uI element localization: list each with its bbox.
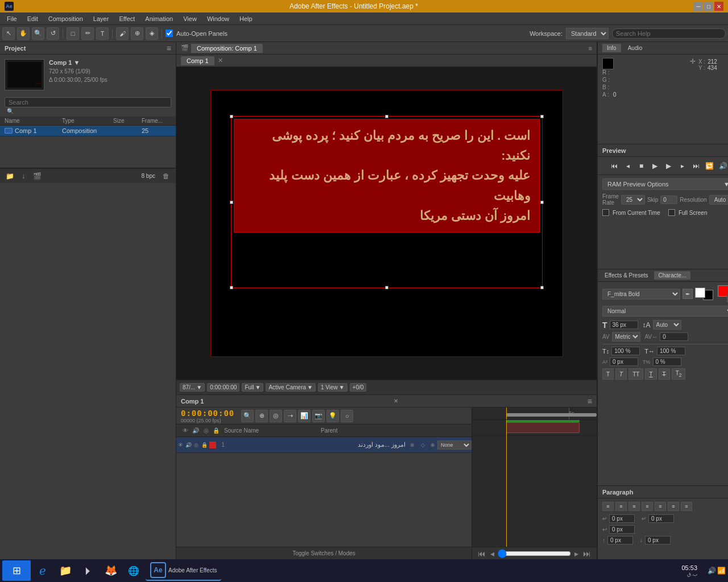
menu-layer[interactable]: Layer	[89, 14, 114, 23]
indent-first-input[interactable]	[609, 525, 635, 534]
tool-eraser[interactable]: ◈	[146, 27, 158, 40]
auto-open-panels-check[interactable]	[166, 30, 173, 37]
vert-scale-input[interactable]	[611, 347, 640, 355]
layer-name[interactable]: امروز ...مود اوردند	[229, 441, 408, 448]
kerning-select[interactable]: Metrics	[612, 332, 640, 342]
from-current-check[interactable]	[602, 209, 609, 216]
tool-pen[interactable]: ✏	[81, 27, 94, 40]
comp-resolution[interactable]: Full ▼	[242, 383, 263, 392]
preview-stop[interactable]: ■	[636, 160, 647, 172]
align-right[interactable]: ≡	[628, 502, 640, 511]
align-left[interactable]: ≡	[602, 502, 614, 511]
layer-mode-select[interactable]: None	[437, 440, 471, 450]
layer-solo-icon[interactable]: ◎	[192, 441, 200, 449]
tool-rotate[interactable]: ↺	[47, 27, 59, 40]
horiz-scale-input[interactable]	[657, 347, 685, 355]
preview-prev-frame[interactable]: ◂	[622, 160, 634, 172]
style-tt[interactable]: TT	[628, 368, 643, 380]
switch-2[interactable]: ◇	[418, 440, 427, 450]
style-tsub[interactable]: T	[645, 368, 656, 380]
preview-play[interactable]: ▶	[650, 160, 661, 172]
space-after-input[interactable]	[645, 536, 671, 544]
comp-timecode[interactable]: 0:00:00:00	[207, 383, 239, 392]
media-btn[interactable]: ⏵	[77, 560, 99, 581]
style-t1[interactable]: T	[602, 368, 614, 380]
indent-left-input[interactable]	[609, 514, 635, 523]
explorer-btn[interactable]: 📁	[55, 560, 76, 581]
ie-btn[interactable]: ℯ	[32, 560, 53, 581]
comp-zoom[interactable]: 87/... ▼	[180, 383, 205, 392]
menu-animation[interactable]: Animation	[140, 14, 177, 23]
layer-audio-icon[interactable]: 🔊	[184, 441, 192, 449]
baseline-input[interactable]	[610, 357, 638, 366]
handle-bl[interactable]	[230, 286, 233, 289]
tl-motion[interactable]: ⇢	[284, 410, 296, 422]
handle-tm[interactable]	[385, 115, 388, 118]
ram-preview-btn[interactable]: RAM Preview Options ▼	[602, 178, 728, 190]
tool-shape[interactable]: □	[67, 27, 79, 40]
tool-brush[interactable]: 🖌	[116, 27, 129, 40]
frame-rate-select[interactable]: 25	[621, 195, 645, 205]
project-panel-menu[interactable]: ≡	[167, 44, 171, 53]
project-search-input[interactable]	[5, 97, 171, 107]
preview-volume[interactable]: 🔊	[718, 160, 729, 172]
tl-search[interactable]: 🔍	[241, 410, 254, 422]
close-comp-tab[interactable]: ✕	[218, 57, 223, 64]
toggle-label[interactable]: Toggle Switches / Modes	[292, 550, 355, 556]
new-folder-btn[interactable]: 📁	[5, 171, 15, 181]
tl-null[interactable]: ○	[341, 410, 353, 422]
style-t2[interactable]: T	[615, 368, 627, 380]
menu-composition[interactable]: Composition	[44, 14, 88, 23]
table-row[interactable]: Comp 1 Composition 25	[0, 126, 176, 136]
tl-add[interactable]: ⊕	[255, 410, 268, 422]
tl-camera[interactable]: 📷	[312, 410, 325, 422]
handle-tl[interactable]	[230, 115, 233, 118]
tl-nav-next[interactable]: ▸	[573, 549, 580, 558]
tool-hand[interactable]: ✋	[17, 27, 30, 40]
align-justify3[interactable]: ≡	[668, 502, 679, 511]
full-screen-check[interactable]	[668, 209, 675, 216]
resolution-select[interactable]: Auto	[709, 195, 728, 205]
maximize-button[interactable]: □	[704, 2, 713, 11]
font-select[interactable]: F_mitra Bold	[602, 289, 680, 300]
comp-panel-title[interactable]: Composition: Comp 1	[191, 44, 263, 53]
font-size-input[interactable]	[610, 321, 638, 329]
tool-select[interactable]: ↖	[2, 27, 15, 40]
firefox-btn[interactable]: 🦊	[100, 560, 122, 581]
minimize-button[interactable]: ─	[694, 2, 703, 11]
menu-help[interactable]: Help	[235, 14, 257, 23]
comp-tab[interactable]: Comp 1	[181, 56, 214, 65]
handle-tr[interactable]	[540, 115, 544, 118]
leading-select[interactable]: Auto	[653, 320, 681, 330]
comp-views[interactable]: 1 View ▼	[318, 383, 348, 392]
new-comp-btn[interactable]: 🎬	[32, 171, 42, 181]
network-btn[interactable]: 🌐	[123, 560, 144, 581]
align-center[interactable]: ≡	[615, 502, 627, 511]
tl-nav-start[interactable]: ⏮	[477, 549, 487, 558]
tab-effects-presets[interactable]: Effects & Presets	[600, 271, 653, 280]
space-before-input[interactable]	[607, 536, 633, 544]
handle-mr[interactable]	[540, 201, 544, 204]
blend-mode-select[interactable]: Normal	[602, 306, 728, 317]
comp-camera[interactable]: Active Camera ▼	[266, 383, 315, 392]
tab-character[interactable]: Characte...	[654, 271, 691, 280]
tsumi-input[interactable]	[653, 357, 681, 366]
menu-view[interactable]: View	[179, 14, 201, 23]
switch-3[interactable]: ⊕	[428, 440, 437, 450]
track-bar-1[interactable]	[506, 422, 580, 433]
timeline-menu[interactable]: ≡	[588, 397, 592, 406]
handle-br[interactable]	[540, 286, 544, 289]
tool-text[interactable]: T	[96, 27, 109, 40]
font-style-btn[interactable]: ✒	[682, 289, 693, 299]
style-tstrike[interactable]: T	[659, 368, 670, 380]
search-help-input[interactable]	[612, 28, 726, 39]
timeline-close[interactable]: ✕	[394, 398, 398, 404]
tl-solo[interactable]: ◎	[270, 410, 282, 422]
preview-first[interactable]: ⏮	[609, 160, 620, 172]
menu-effect[interactable]: Effect	[114, 14, 139, 23]
tab-info[interactable]: Info	[602, 44, 621, 52]
preview-next-frame[interactable]: ▸	[677, 160, 688, 172]
start-button[interactable]: ⊞	[2, 560, 31, 581]
tl-nav-prev[interactable]: ◂	[489, 549, 495, 558]
handle-ml[interactable]	[230, 201, 233, 204]
